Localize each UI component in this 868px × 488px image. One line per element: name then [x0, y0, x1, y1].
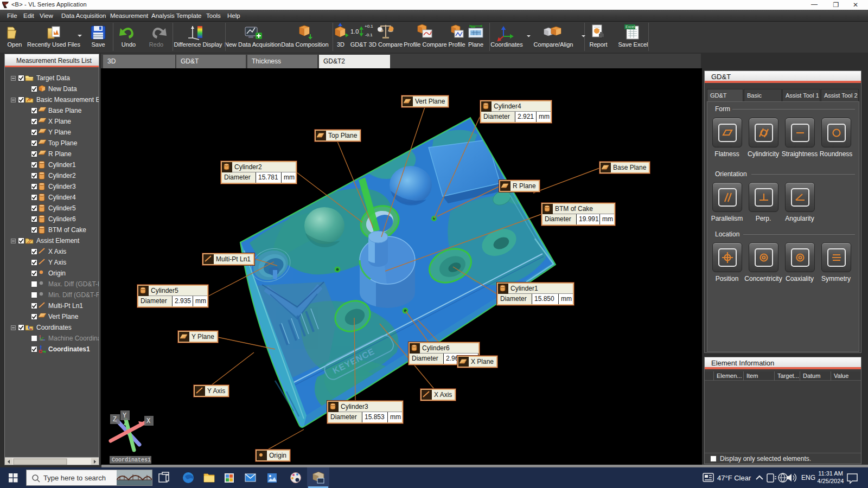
svg-text:Excel: Excel — [626, 25, 635, 29]
svg-text:-0.1: -0.1 — [365, 33, 373, 37]
svg-text:1.0: 1.0 — [350, 28, 359, 35]
svg-text:X: X — [146, 418, 150, 425]
svg-text:+0.1: +0.1 — [365, 24, 373, 29]
svg-text:Y: Y — [123, 412, 126, 420]
svg-text:Z: Z — [113, 416, 117, 423]
svg-text:Coordinates1: Coordinates1 — [112, 457, 151, 463]
